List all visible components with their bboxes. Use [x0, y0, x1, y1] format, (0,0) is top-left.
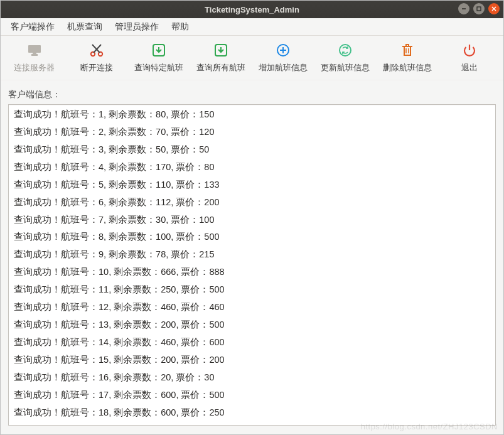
log-line: 查询成功！航班号：13, 剩余票数：200, 票价：500 [10, 316, 494, 334]
scissors-icon [87, 42, 107, 58]
connect-server-button[interactable]: 连接服务器 [3, 40, 65, 75]
log-line: 查询成功！航班号：14, 剩余票数：460, 票价：600 [10, 334, 494, 352]
plus-circle-icon [273, 42, 293, 58]
toolbar-label: 退出 [461, 62, 478, 73]
menu-client-ops[interactable]: 客户端操作 [4, 19, 61, 35]
log-line: 查询成功！航班号：3, 剩余票数：50, 票价：50 [10, 141, 494, 159]
content-area: 客户端信息： 查询成功！航班号：1, 剩余票数：80, 票价：150查询成功！航… [1, 80, 503, 434]
log-line: 查询成功！航班号：2, 剩余票数：70, 票价：120 [10, 124, 494, 141]
disconnect-button[interactable]: 断开连接 [65, 40, 127, 75]
exit-button[interactable]: 退出 [439, 40, 501, 75]
window-title: TicketingSystem_Admin [1, 5, 503, 14]
add-flight-button[interactable]: 增加航班信息 [252, 40, 314, 75]
toolbar: 连接服务器 断开连接 查询特定航班 查询所有航班 增加航班信息 [1, 36, 503, 80]
window-controls [458, 3, 500, 14]
maximize-icon [476, 6, 482, 12]
svg-rect-4 [28, 45, 41, 53]
download-box-icon [149, 42, 169, 58]
refresh-icon [335, 42, 355, 58]
svg-rect-5 [31, 54, 38, 56]
log-line: 查询成功！航班号：6, 剩余票数：112, 票价：200 [10, 194, 494, 212]
client-info-label: 客户端信息： [8, 89, 496, 100]
log-line: 查询成功！航班号：19, 剩余票数：555, 票价：666 [10, 422, 494, 424]
log-line: 查询成功！航班号：11, 剩余票数：250, 票价：500 [10, 281, 494, 299]
menu-admin-ops[interactable]: 管理员操作 [109, 19, 165, 35]
toolbar-label: 断开连接 [80, 62, 113, 73]
log-line: 查询成功！航班号：18, 剩余票数：600, 票价：250 [10, 404, 494, 422]
maximize-button[interactable] [473, 3, 485, 14]
menu-ticket-query[interactable]: 机票查询 [61, 19, 109, 35]
minimize-icon [461, 6, 467, 12]
close-button[interactable] [488, 3, 500, 14]
log-line: 查询成功！航班号：7, 剩余票数：30, 票价：100 [10, 212, 494, 229]
log-line: 查询成功！航班号：10, 剩余票数：666, 票价：888 [10, 264, 494, 281]
log-scroll[interactable]: 查询成功！航班号：1, 剩余票数：80, 票价：150查询成功！航班号：2, 剩… [10, 106, 494, 424]
log-line: 查询成功！航班号：16, 剩余票数：20, 票价：30 [10, 369, 494, 387]
minimize-button[interactable] [458, 3, 469, 14]
app-window: TicketingSystem_Admin 客户端操作 机票查询 管理员操作 帮… [0, 0, 504, 435]
log-line: 查询成功！航班号：8, 剩余票数：100, 票价：500 [10, 228, 494, 246]
toolbar-label: 更新航班信息 [321, 62, 370, 73]
log-line: 查询成功！航班号：17, 剩余票数：600, 票价：500 [10, 387, 494, 404]
log-line: 查询成功！航班号：15, 剩余票数：200, 票价：200 [10, 352, 494, 369]
delete-flight-button[interactable]: 删除航班信息 [377, 40, 439, 75]
log-line: 查询成功！航班号：5, 剩余票数：110, 票价：133 [10, 176, 494, 194]
server-icon [24, 42, 45, 58]
log-box: 查询成功！航班号：1, 剩余票数：80, 票价：150查询成功！航班号：2, 剩… [8, 104, 496, 426]
log-line: 查询成功！航班号：1, 剩余票数：80, 票价：150 [10, 106, 494, 124]
toolbar-label: 增加航班信息 [259, 62, 308, 73]
log-line: 查询成功！航班号：12, 剩余票数：460, 票价：460 [10, 299, 494, 316]
svg-point-16 [340, 45, 351, 56]
menu-help[interactable]: 帮助 [165, 19, 195, 35]
svg-rect-1 [477, 7, 481, 11]
toolbar-label: 连接服务器 [14, 62, 55, 73]
update-flight-button[interactable]: 更新航班信息 [314, 40, 377, 75]
toolbar-label: 查询特定航班 [134, 62, 183, 73]
svg-rect-6 [33, 53, 36, 54]
log-line: 查询成功！航班号：4, 剩余票数：170, 票价：80 [10, 159, 494, 176]
toolbar-label: 查询所有航班 [196, 62, 245, 73]
menubar: 客户端操作 机票查询 管理员操作 帮助 [1, 18, 503, 36]
trash-icon [397, 42, 417, 58]
log-line: 查询成功！航班号：9, 剩余票数：78, 票价：215 [10, 246, 494, 264]
close-icon [491, 6, 497, 12]
query-specific-button[interactable]: 查询特定航班 [127, 40, 190, 75]
power-icon [459, 42, 480, 58]
download-box-icon [211, 42, 231, 58]
toolbar-label: 删除航班信息 [383, 62, 432, 73]
titlebar: TicketingSystem_Admin [1, 1, 503, 18]
query-all-button[interactable]: 查询所有航班 [190, 40, 252, 75]
